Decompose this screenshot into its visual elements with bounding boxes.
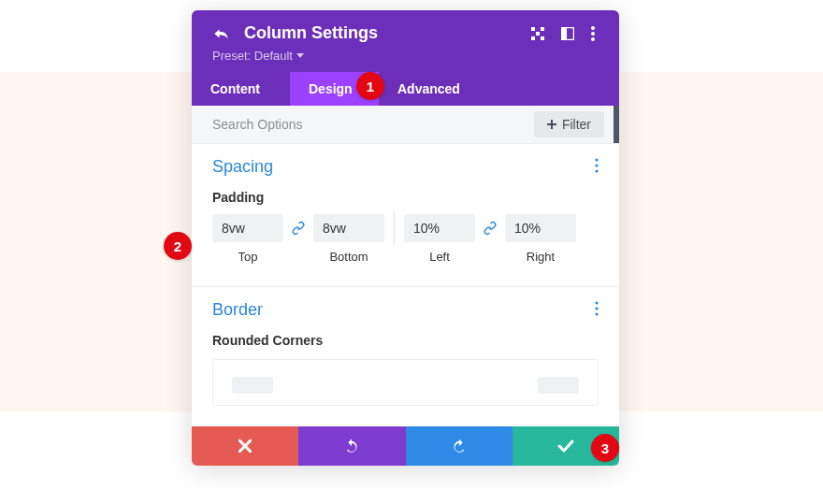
- svg-point-9: [591, 37, 595, 41]
- annotation-badge-3: 3: [591, 434, 619, 462]
- spacing-options-icon[interactable]: [595, 158, 599, 177]
- annotation-badge-1: 1: [356, 72, 384, 100]
- tab-advanced[interactable]: Advanced: [379, 72, 479, 106]
- svg-point-13: [595, 301, 598, 304]
- redo-icon: [451, 438, 468, 454]
- spacing-header: Spacing: [212, 157, 599, 177]
- padding-right-label: Right: [527, 250, 555, 264]
- padding-vertical-group: Top Bottom: [212, 214, 384, 264]
- back-icon[interactable]: [212, 27, 229, 40]
- corner-input-stub: [538, 377, 579, 394]
- svg-point-15: [595, 312, 598, 315]
- padding-bottom-label: Bottom: [329, 250, 368, 264]
- search-row: Filter: [192, 106, 619, 144]
- padding-right-input[interactable]: [505, 214, 576, 242]
- scrollbar[interactable]: [614, 106, 619, 143]
- link-horizontal-icon[interactable]: [483, 221, 498, 239]
- close-icon: [238, 439, 252, 453]
- padding-left-input[interactable]: [404, 214, 475, 242]
- svg-rect-2: [531, 36, 535, 40]
- link-vertical-icon[interactable]: [291, 221, 306, 239]
- check-icon: [557, 439, 574, 453]
- rounded-corners-label: Rounded Corners: [212, 333, 599, 348]
- svg-rect-1: [541, 27, 544, 31]
- tab-content[interactable]: Content: [192, 72, 290, 106]
- padding-top-input[interactable]: [212, 214, 283, 242]
- svg-point-11: [595, 164, 598, 166]
- svg-point-14: [595, 307, 598, 310]
- padding-left-label: Left: [429, 250, 450, 264]
- border-section: Border Rounded Corners: [192, 287, 619, 426]
- filter-label: Filter: [562, 117, 591, 132]
- redo-button[interactable]: [406, 426, 513, 466]
- modal-title: Column Settings: [244, 23, 516, 43]
- search-input[interactable]: [192, 106, 534, 143]
- padding-horizontal-group: Left Right: [404, 214, 576, 264]
- svg-point-8: [591, 32, 595, 36]
- spacing-section: Spacing Padding Top Bot: [192, 144, 619, 287]
- preset-label: Preset: Default: [212, 49, 293, 63]
- more-icon[interactable]: [591, 26, 595, 41]
- plus-icon: [547, 120, 556, 129]
- column-settings-modal: Column Settings Preset: Default Content …: [192, 10, 619, 466]
- padding-label: Padding: [212, 190, 599, 205]
- svg-rect-6: [561, 27, 567, 40]
- spacing-title[interactable]: Spacing: [212, 157, 273, 177]
- vertical-divider: [394, 212, 395, 244]
- header-row: Column Settings: [212, 23, 599, 43]
- preset-dropdown[interactable]: Preset: Default: [212, 49, 599, 63]
- border-options-icon[interactable]: [595, 301, 599, 320]
- undo-icon: [343, 438, 360, 454]
- padding-row: Top Bottom Left: [212, 214, 599, 264]
- svg-rect-4: [536, 32, 540, 36]
- undo-button[interactable]: [298, 426, 405, 466]
- header-icon-group: [531, 26, 595, 41]
- svg-point-10: [595, 158, 598, 161]
- border-header: Border: [212, 300, 599, 320]
- expand-icon[interactable]: [531, 27, 544, 40]
- svg-rect-0: [531, 27, 535, 31]
- rounded-corners-control[interactable]: [212, 359, 599, 406]
- filter-button[interactable]: Filter: [534, 111, 604, 137]
- corner-input-stub: [232, 377, 273, 394]
- annotation-badge-2: 2: [164, 232, 192, 260]
- modal-footer: [192, 426, 619, 466]
- svg-point-7: [591, 26, 595, 30]
- panel-icon[interactable]: [561, 27, 574, 40]
- cancel-button[interactable]: [192, 426, 298, 466]
- modal-header: Column Settings Preset: Default: [192, 10, 619, 72]
- border-title[interactable]: Border: [212, 300, 263, 320]
- padding-top-label: Top: [238, 250, 258, 264]
- svg-point-12: [595, 169, 598, 172]
- chevron-down-icon: [296, 53, 304, 58]
- tab-bar: Content Design Advanced: [192, 72, 619, 106]
- padding-bottom-input[interactable]: [313, 214, 384, 242]
- modal-body: Spacing Padding Top Bot: [192, 144, 619, 426]
- svg-rect-3: [541, 36, 544, 40]
